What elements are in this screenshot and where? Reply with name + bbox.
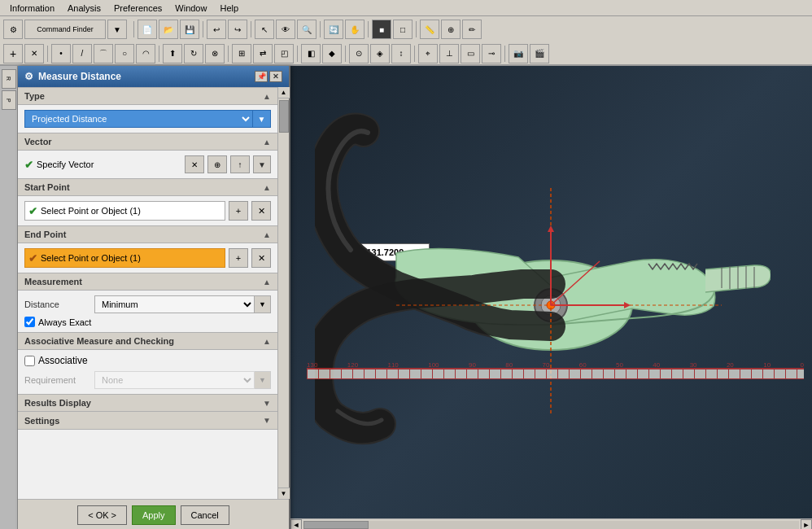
toolbar-pts-btn[interactable]: • <box>51 44 71 63</box>
menu-item-preferences[interactable]: Preferences <box>107 0 168 15</box>
toolbar-zoom-btn[interactable]: 🔍 <box>297 20 317 39</box>
measurement-section-header[interactable]: Measurement ▲ <box>18 273 277 291</box>
vector-dropdown-arrow[interactable]: ▼ <box>253 155 271 173</box>
viewport-bottom-scroll[interactable]: ◄ ► <box>290 518 812 529</box>
toolbar-datum-btn[interactable]: ⊥ <box>439 44 459 63</box>
toolbar-extrude-btn[interactable]: ⬆ <box>163 44 182 63</box>
distance-label: Distance <box>24 299 89 309</box>
scroll-down-btn[interactable]: ▼ <box>278 487 290 499</box>
toolbar-open-btn[interactable]: 📂 <box>159 20 178 39</box>
scroll-right-btn[interactable]: ► <box>801 519 812 530</box>
ok-button[interactable]: < OK > <box>77 505 127 525</box>
toolbar-wireframe-btn[interactable]: □ <box>393 20 413 39</box>
toolbar-circle-btn[interactable]: ○ <box>115 44 134 63</box>
start-point-add-btn[interactable]: + <box>229 201 248 221</box>
type-select[interactable]: Projected Distance <box>24 110 253 128</box>
toolbar-rotate-btn[interactable]: 🔄 <box>324 20 343 39</box>
toolbar-revolve-btn[interactable]: ↻ <box>184 44 203 63</box>
toolbar-view-btn[interactable]: 👁 <box>276 20 295 39</box>
associative-section-header[interactable]: Associative Measure and Checking ▲ <box>18 332 277 350</box>
toolbar-move-btn[interactable]: ↕ <box>391 44 411 63</box>
start-point-section-header[interactable]: Start Point ▲ <box>18 178 277 196</box>
end-point-add-btn[interactable]: + <box>229 248 248 268</box>
separator-11 <box>345 46 346 62</box>
scroll-up-btn[interactable]: ▲ <box>278 87 290 98</box>
vector-icon-btn-1[interactable]: ✕ <box>185 155 204 173</box>
end-point-row: ✔ Select Point or Object (1) + ✕ <box>24 248 271 268</box>
requirement-select[interactable]: None <box>94 371 255 389</box>
vector-section-header[interactable]: Vector ▲ <box>18 133 277 151</box>
scroll-left-btn[interactable]: ◄ <box>290 519 302 530</box>
toolbar-bool-btn[interactable]: ⊗ <box>205 44 225 63</box>
toolbar-render-btn[interactable]: 🎬 <box>530 44 549 63</box>
toolbar-snap-btn[interactable]: ⌖ <box>418 44 438 63</box>
results-display-section-header[interactable]: Results Display ▼ <box>18 394 277 412</box>
associative-checkbox[interactable] <box>24 356 35 366</box>
toolbar-shading-btn[interactable]: ■ <box>372 20 391 39</box>
h-scrollbar-thumb[interactable] <box>303 521 369 529</box>
apply-button[interactable]: Apply <box>132 505 176 525</box>
toolbar-plane-btn[interactable]: ▭ <box>461 44 480 63</box>
main-area: R P ⚙ Measure Distance 📌 ✕ Type ▲ <box>0 66 812 529</box>
toolbar-area: ⚙ Command Finder ▼ 📄 📂 💾 ↩ ↪ ↖ 👁 🔍 🔄 ✋ ■… <box>0 16 812 66</box>
toolbar-cross-btn[interactable]: ✕ <box>24 44 44 63</box>
down-arrow-btn[interactable]: ▼ <box>107 20 127 39</box>
toolbar-line-btn[interactable]: / <box>72 44 92 63</box>
toolbar-assem-btn[interactable]: ⊙ <box>349 44 369 63</box>
toolbar-constraint-btn[interactable]: ⊕ <box>441 20 461 39</box>
menu-item-information[interactable]: Information <box>3 0 61 15</box>
type-dropdown-arrow[interactable]: ▼ <box>253 110 271 128</box>
toolbar-select-btn[interactable]: ↖ <box>255 20 274 39</box>
menu-item-analysis[interactable]: Analysis <box>61 0 107 15</box>
toolbar-axis-btn[interactable]: ⊸ <box>482 44 501 63</box>
vector-icon-btn-3[interactable]: ↑ <box>230 155 250 173</box>
cad-viewport[interactable]: 📏 =131.7209 mm <box>290 66 812 529</box>
toolbar-redo-btn[interactable]: ↪ <box>228 20 247 39</box>
toolbar-save-btn[interactable]: 💾 <box>180 20 199 39</box>
requirement-arrow[interactable]: ▼ <box>255 371 271 389</box>
distance-select[interactable]: Minimum <box>94 295 255 313</box>
toolbar-sketch-btn[interactable]: ✏ <box>462 20 482 39</box>
toolbar-row-1: ⚙ Command Finder ▼ 📄 📂 💾 ↩ ↪ ↖ 👁 🔍 🔄 ✋ ■… <box>0 16 812 42</box>
dialog-pin-btn[interactable]: 📌 <box>255 71 268 82</box>
vector-icon-btn-2[interactable]: ⊕ <box>207 155 227 173</box>
toolbar-add-btn[interactable]: + <box>3 44 23 63</box>
end-point-remove-btn[interactable]: ✕ <box>251 248 271 268</box>
dialog-close-btn[interactable]: ✕ <box>269 71 282 82</box>
vector-text: Specify Vector <box>37 160 94 169</box>
command-finder-btn[interactable]: Command Finder <box>24 20 106 39</box>
toolbar-pan-btn[interactable]: ✋ <box>345 20 365 39</box>
toolbar-measure-btn[interactable]: 📏 <box>420 20 439 39</box>
start-point-field[interactable]: ✔ Select Point or Object (1) <box>24 201 225 221</box>
toolbar-face-btn[interactable]: ◧ <box>301 44 321 63</box>
distance-select-arrow[interactable]: ▼ <box>255 295 271 313</box>
menu-item-help[interactable]: Help <box>213 0 245 15</box>
toolbar-camera-btn[interactable]: 📷 <box>509 44 528 63</box>
toolbar-mirror-btn[interactable]: ⇄ <box>253 44 273 63</box>
scroll-thumb[interactable] <box>279 100 289 133</box>
start-point-remove-btn[interactable]: ✕ <box>251 201 271 221</box>
pliers-svg: XC Y ZC <box>315 107 771 448</box>
toolbar-undo-btn[interactable]: ↩ <box>207 20 226 39</box>
cancel-button[interactable]: Cancel <box>181 505 229 525</box>
settings-collapse-icon: ▼ <box>263 416 271 425</box>
always-exact-checkbox[interactable] <box>24 317 35 327</box>
end-point-section-header[interactable]: End Point ▲ <box>18 225 277 243</box>
menu-item-window[interactable]: Window <box>168 0 213 15</box>
start-point-section-content: ✔ Select Point or Object (1) + ✕ <box>18 196 277 225</box>
toolbar-curve-btn[interactable]: ⌒ <box>94 44 113 63</box>
gear-icon-btn[interactable]: ⚙ <box>3 20 23 39</box>
measure-distance-dialog: ⚙ Measure Distance 📌 ✕ Type ▲ Projected … <box>18 66 290 529</box>
end-point-field[interactable]: ✔ Select Point or Object (1) <box>24 248 225 268</box>
left-tab-r[interactable]: R <box>2 69 16 89</box>
toolbar-body-btn[interactable]: ◆ <box>322 44 342 63</box>
toolbar-pattern-btn[interactable]: ⊞ <box>232 44 251 63</box>
toolbar-arc-btn[interactable]: ◠ <box>136 44 155 63</box>
settings-section-header[interactable]: Settings ▼ <box>18 412 277 430</box>
dialog-scrollbar[interactable]: ▲ ▼ <box>277 87 289 499</box>
toolbar-comp-btn[interactable]: ◈ <box>370 44 390 63</box>
left-tab-p[interactable]: P <box>2 90 16 110</box>
toolbar-new-btn[interactable]: 📄 <box>138 20 157 39</box>
toolbar-edge-btn[interactable]: ◰ <box>274 44 294 63</box>
type-section-header[interactable]: Type ▲ <box>18 87 277 105</box>
